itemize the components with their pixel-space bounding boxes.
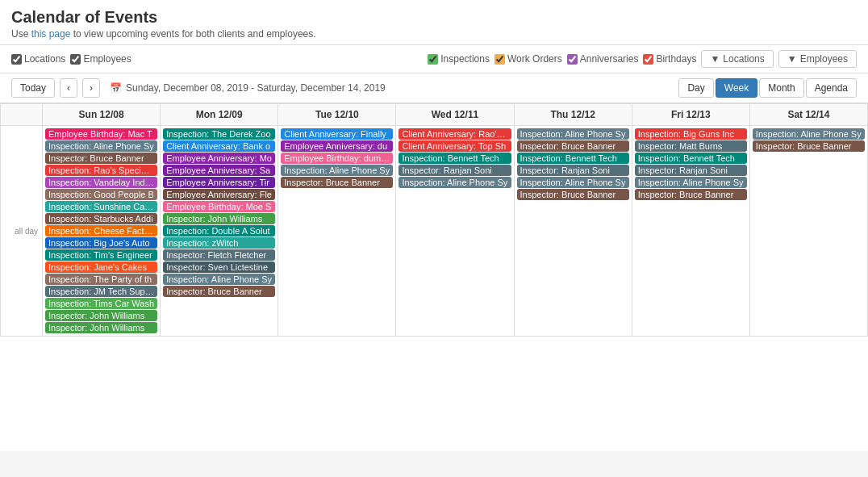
event-item[interactable]: Inspector: Bruce Banner xyxy=(635,189,747,200)
allday-sun: Employee Birthday: Mac TInspection: Alin… xyxy=(43,126,161,337)
all-day-row: all day Employee Birthday: Mac TInspecti… xyxy=(1,126,868,337)
allday-sat: Inspection: Aline Phone SyInspector: Bru… xyxy=(749,126,867,337)
view-buttons: Day Week Month Agenda xyxy=(678,78,857,98)
toolbar: Today ‹ › 📅 Sunday, December 08, 2019 - … xyxy=(0,73,868,103)
col-sat: Sat 12/14 xyxy=(749,104,867,126)
event-item[interactable]: Inspection: Aline Phone Sy xyxy=(45,140,157,152)
view-week-button[interactable]: Week xyxy=(716,78,757,98)
event-item[interactable]: Inspection: Starbucks Addi xyxy=(45,213,157,224)
event-item[interactable]: Inspection: Aline Phone Sy xyxy=(635,177,747,188)
col-sun: Sun 12/08 xyxy=(43,104,161,126)
allday-tue: Client Anniversary: FinallyEmployee Anni… xyxy=(278,126,396,337)
filter-work-orders[interactable]: Work Orders xyxy=(495,53,562,65)
event-item[interactable]: Inspection: Tims Car Wash xyxy=(45,298,157,309)
event-item[interactable]: Inspection: Cheese Factory xyxy=(45,225,157,236)
event-item[interactable]: Employee Anniversary: Sa xyxy=(163,165,275,176)
event-item[interactable]: Employee Anniversary: Tir xyxy=(163,177,275,188)
event-item[interactable]: Inspection: Aline Phone Sy xyxy=(517,177,629,188)
calendar-wrap: Sun 12/08 Mon 12/09 Tue 12/10 Wed 12/11 … xyxy=(0,103,868,451)
event-item[interactable]: Inspector: Sven Lictestine xyxy=(163,262,275,273)
col-mon: Mon 12/09 xyxy=(161,104,278,126)
event-item[interactable]: Inspector: Bruce Banner xyxy=(753,140,865,152)
event-item[interactable]: Inspector: John Williams xyxy=(45,322,157,333)
funnel-icon: ▼ xyxy=(710,53,720,65)
event-item[interactable]: Inspection: Aline Phone Sy xyxy=(281,165,393,176)
event-item[interactable]: Employee Anniversary: Fle xyxy=(163,189,275,200)
event-item[interactable]: Inspection: Tim's Engineer xyxy=(45,249,157,261)
date-range-text: Sunday, December 08, 2019 - Saturday, De… xyxy=(126,82,386,94)
event-item[interactable]: Inspection: The Derek Zoo xyxy=(163,128,275,140)
event-item[interactable]: Inspector: Bruce Banner xyxy=(163,286,275,297)
col-tue: Tue 12/10 xyxy=(278,104,396,126)
event-item[interactable]: Inspector: Ranjan Soni xyxy=(635,165,747,176)
event-item[interactable]: Inspection: Big Guns Inc xyxy=(635,128,747,140)
event-item[interactable]: Inspector: John Williams xyxy=(45,310,157,321)
date-range: 📅 Sunday, December 08, 2019 - Saturday, … xyxy=(110,82,386,94)
calendar-table: Sun 12/08 Mon 12/09 Tue 12/10 Wed 12/11 … xyxy=(0,103,868,337)
event-item[interactable]: Inspection: Big Joe's Auto xyxy=(45,237,157,249)
allday-thu: Inspection: Aline Phone SyInspector: Bru… xyxy=(514,126,632,337)
view-day-button[interactable]: Day xyxy=(678,78,713,98)
event-item[interactable]: Inspector: Bruce Banner xyxy=(517,189,629,200)
event-item[interactable]: Inspection: Double A Solut xyxy=(163,225,275,236)
event-item[interactable]: Inspector: Fletch Fletcher xyxy=(163,249,275,261)
event-item[interactable]: Inspector: Bruce Banner xyxy=(45,153,157,164)
event-item[interactable]: Inspector: Matt Burns xyxy=(635,140,747,152)
filter-anniversaries[interactable]: Anniversaries xyxy=(567,53,639,65)
event-item[interactable]: Employee Birthday: dummy xyxy=(281,153,393,164)
filter-locations-btn[interactable]: ▼ Locations xyxy=(701,50,773,68)
view-month-button[interactable]: Month xyxy=(759,78,803,98)
event-item[interactable]: Inspection: Rao's Specialty xyxy=(45,165,157,176)
event-item[interactable]: Inspection: Good People B xyxy=(45,189,157,200)
event-item[interactable]: Employee Anniversary: Mo xyxy=(163,153,275,164)
event-item[interactable]: Inspection: Aline Phone Sy xyxy=(517,128,629,140)
allday-mon: Inspection: The Derek ZooClient Annivers… xyxy=(161,126,278,337)
event-item[interactable]: Inspection: Sunshine Carpe xyxy=(45,201,157,212)
prev-button[interactable]: ‹ xyxy=(60,78,77,98)
event-item[interactable]: Inspection: zWitch xyxy=(163,237,275,249)
event-item[interactable]: Employee Birthday: Moe S xyxy=(163,201,275,212)
filter-birthdays[interactable]: Birthdays xyxy=(643,53,696,65)
filter-locations-left[interactable]: Locations xyxy=(11,53,65,65)
event-item[interactable]: Inspector: John Williams xyxy=(163,213,275,224)
today-button[interactable]: Today xyxy=(11,78,55,98)
page-subtitle: Use this page to view upcoming events fo… xyxy=(11,28,857,40)
event-item[interactable]: Inspection: Vandelay Indus xyxy=(45,177,157,188)
time-header xyxy=(1,104,43,126)
event-item[interactable]: Inspector: Ranjan Soni xyxy=(517,165,629,176)
col-thu: Thu 12/12 xyxy=(514,104,632,126)
event-item[interactable]: Inspector: Ranjan Soni xyxy=(399,165,511,176)
next-button[interactable]: › xyxy=(82,78,100,98)
event-item[interactable]: Employee Anniversary: du xyxy=(281,140,393,152)
filter-employees-btn[interactable]: ▼ Employees xyxy=(778,50,857,68)
filter-bar: Locations Employees Inspections Work Ord… xyxy=(0,45,868,73)
filter-employees-left[interactable]: Employees xyxy=(70,53,131,65)
subtitle-link[interactable]: this page xyxy=(31,28,71,40)
col-fri: Fri 12/13 xyxy=(632,104,749,126)
event-item[interactable]: Inspection: Aline Phone Sy xyxy=(753,128,865,140)
event-item[interactable]: Inspection: The Party of th xyxy=(45,274,157,285)
event-item[interactable]: Inspection: Aline Phone Sy xyxy=(399,177,511,188)
page-header: Calendar of Events Use this page to view… xyxy=(0,0,868,45)
event-item[interactable]: Inspection: Jane's Cakes xyxy=(45,262,157,273)
filter-inspections[interactable]: Inspections xyxy=(428,53,490,65)
event-item[interactable]: Client Anniversary: Top Sh xyxy=(399,140,511,152)
event-item[interactable]: Client Anniversary: Bank o xyxy=(163,140,275,152)
event-item[interactable]: Inspector: Bruce Banner xyxy=(517,140,629,152)
calendar-icon: 📅 xyxy=(110,82,122,94)
allday-fri: Inspection: Big Guns IncInspector: Matt … xyxy=(632,126,749,337)
event-item[interactable]: Client Anniversary: Rao's S xyxy=(399,128,511,140)
event-item[interactable]: Inspection: Aline Phone Sy xyxy=(163,274,275,285)
event-item[interactable]: Client Anniversary: Finally xyxy=(281,128,393,140)
funnel-icon-2: ▼ xyxy=(787,53,797,65)
event-item[interactable]: Employee Birthday: Mac T xyxy=(45,128,157,140)
page-title: Calendar of Events xyxy=(11,8,857,27)
event-item[interactable]: Inspection: JM Tech Suppo xyxy=(45,286,157,297)
view-agenda-button[interactable]: Agenda xyxy=(806,78,857,98)
allday-wed: Client Anniversary: Rao's SClient Annive… xyxy=(396,126,514,337)
event-item[interactable]: Inspection: Bennett Tech xyxy=(399,153,511,164)
event-item[interactable]: Inspection: Bennett Tech xyxy=(635,153,747,164)
event-item[interactable]: Inspection: Bennett Tech xyxy=(517,153,629,164)
event-item[interactable]: Inspector: Bruce Banner xyxy=(281,177,393,188)
col-wed: Wed 12/11 xyxy=(396,104,514,126)
